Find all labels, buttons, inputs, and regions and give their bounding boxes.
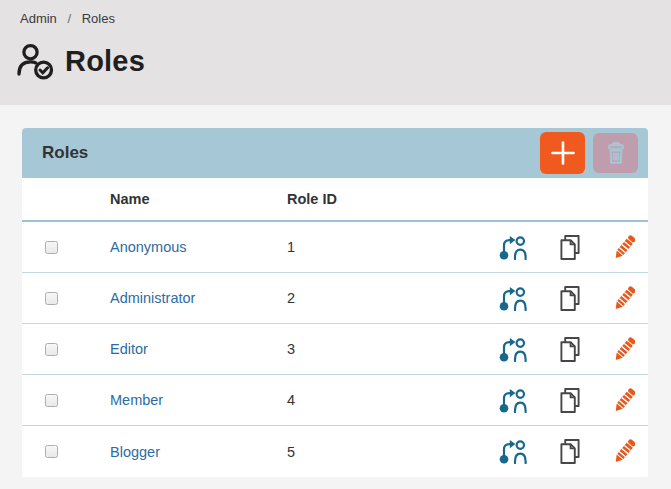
row-checkbox-cell bbox=[22, 445, 110, 458]
edit-pencil-icon[interactable] bbox=[613, 387, 635, 414]
permissions-icon[interactable] bbox=[499, 337, 527, 362]
panel-header: Roles bbox=[22, 128, 648, 178]
panel-title: Roles bbox=[42, 143, 540, 163]
role-id-value: 1 bbox=[287, 239, 472, 255]
breadcrumb-admin[interactable]: Admin bbox=[20, 11, 57, 26]
table-row: Administrator 2 bbox=[22, 273, 648, 324]
copy-icon[interactable] bbox=[558, 285, 582, 312]
copy-icon[interactable] bbox=[558, 336, 582, 363]
row-checkbox[interactable] bbox=[45, 241, 58, 254]
role-name-link[interactable]: Editor bbox=[110, 341, 148, 357]
role-id-value: 5 bbox=[287, 444, 472, 460]
table-row: Editor 3 bbox=[22, 324, 648, 375]
delete-roles-button[interactable] bbox=[593, 133, 638, 173]
permissions-icon[interactable] bbox=[499, 235, 527, 260]
role-id-value: 3 bbox=[287, 341, 472, 357]
breadcrumb-separator: / bbox=[67, 11, 71, 26]
row-checkbox-cell bbox=[22, 394, 110, 407]
role-id-value: 2 bbox=[287, 290, 472, 306]
page-title-row: Roles bbox=[16, 43, 651, 80]
row-checkbox[interactable] bbox=[45, 292, 58, 305]
role-name-link[interactable]: Administrator bbox=[110, 290, 195, 306]
permissions-icon[interactable] bbox=[499, 388, 527, 413]
breadcrumb-roles: Roles bbox=[82, 11, 115, 26]
role-name-cell: Anonymous bbox=[110, 239, 287, 255]
user-check-icon bbox=[16, 43, 56, 80]
edit-pencil-icon[interactable] bbox=[613, 336, 635, 363]
role-name-link[interactable]: Member bbox=[110, 392, 163, 408]
copy-icon[interactable] bbox=[558, 438, 582, 465]
row-actions bbox=[472, 285, 648, 312]
copy-icon[interactable] bbox=[558, 234, 582, 261]
row-checkbox-cell bbox=[22, 343, 110, 356]
role-name-cell: Administrator bbox=[110, 290, 287, 306]
page-title: Roles bbox=[65, 45, 145, 78]
edit-pencil-icon[interactable] bbox=[613, 285, 635, 312]
copy-icon[interactable] bbox=[558, 387, 582, 414]
table-row: Blogger 5 bbox=[22, 426, 648, 477]
row-checkbox-cell bbox=[22, 292, 110, 305]
role-name-link[interactable]: Blogger bbox=[110, 444, 160, 460]
row-checkbox-cell bbox=[22, 241, 110, 254]
row-actions bbox=[472, 234, 648, 261]
role-name-cell: Member bbox=[110, 392, 287, 408]
plus-icon bbox=[551, 141, 575, 165]
table-row: Anonymous 1 bbox=[22, 222, 648, 273]
role-name-link[interactable]: Anonymous bbox=[110, 239, 187, 255]
permissions-icon[interactable] bbox=[499, 286, 527, 311]
row-actions bbox=[472, 387, 648, 414]
table-row: Member 4 bbox=[22, 375, 648, 426]
row-checkbox[interactable] bbox=[45, 343, 58, 356]
role-name-cell: Blogger bbox=[110, 444, 287, 460]
edit-pencil-icon[interactable] bbox=[613, 234, 635, 261]
page-header-section: Admin / Roles Roles bbox=[0, 0, 671, 105]
trash-icon bbox=[605, 141, 627, 165]
permissions-icon[interactable] bbox=[499, 439, 527, 464]
breadcrumb: Admin / Roles bbox=[20, 11, 651, 26]
column-header-name: Name bbox=[110, 191, 287, 207]
edit-pencil-icon[interactable] bbox=[613, 438, 635, 465]
add-role-button[interactable] bbox=[540, 132, 585, 174]
role-id-value: 4 bbox=[287, 392, 472, 408]
row-checkbox[interactable] bbox=[45, 445, 58, 458]
table-body: Anonymous 1 bbox=[22, 222, 648, 477]
column-header-role-id: Role ID bbox=[287, 191, 472, 207]
row-checkbox[interactable] bbox=[45, 394, 58, 407]
row-actions bbox=[472, 336, 648, 363]
role-name-cell: Editor bbox=[110, 341, 287, 357]
table-header-row: Name Role ID bbox=[22, 178, 648, 222]
row-actions bbox=[472, 438, 648, 465]
roles-panel: Roles Name Role ID bbox=[22, 128, 648, 477]
